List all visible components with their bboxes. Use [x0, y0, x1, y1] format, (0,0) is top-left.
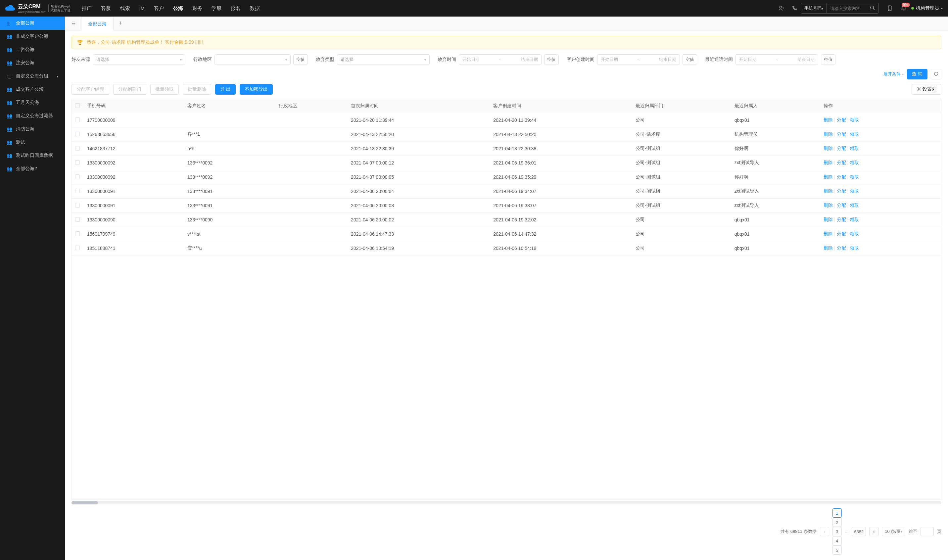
goto-page-input[interactable] — [920, 527, 934, 536]
row-checkbox[interactable] — [75, 217, 80, 222]
row-claim-link[interactable]: 领取 — [850, 146, 859, 151]
nav-item[interactable]: 客服 — [96, 0, 115, 17]
sidebar-item[interactable]: 👥成交客户公海 — [0, 83, 65, 96]
user-menu[interactable]: 机构管理员 ▾ — [911, 5, 943, 11]
filter-abandon-type-select[interactable]: 请选择▾ — [337, 54, 429, 65]
search-button[interactable] — [866, 5, 879, 12]
row-assign-link[interactable]: 分配 — [837, 203, 846, 208]
nav-item[interactable]: 线索 — [115, 0, 135, 17]
row-claim-link[interactable]: 领取 — [850, 203, 859, 208]
add-user-icon[interactable] — [775, 5, 788, 12]
row-delete-link[interactable]: 删除 — [823, 174, 833, 179]
sidebar-item[interactable]: 👥测试 — [0, 136, 65, 149]
nav-item[interactable]: 公海 — [168, 0, 188, 17]
sidebar-item[interactable]: 👥全部公海2 — [0, 162, 65, 175]
row-checkbox[interactable] — [75, 146, 80, 151]
row-claim-link[interactable]: 领取 — [850, 174, 859, 179]
page-number-button[interactable]: 3 — [833, 527, 842, 536]
row-assign-link[interactable]: 分配 — [837, 245, 846, 251]
sidebar-item[interactable]: 👥全部公海 — [0, 17, 65, 30]
last-page-button[interactable]: 6882 — [852, 527, 866, 536]
row-delete-link[interactable]: 删除 — [823, 131, 833, 137]
call-time-empty-button[interactable]: 空值 — [821, 54, 836, 65]
filter-region-select[interactable]: ▾ — [214, 54, 291, 65]
prev-page-button[interactable]: ‹ — [820, 527, 829, 536]
sidebar-item[interactable]: 👥测试昨日回库数据 — [0, 149, 65, 162]
row-claim-link[interactable]: 领取 — [850, 188, 859, 194]
sidebar-item[interactable]: 👥二咨公海 — [0, 43, 65, 56]
nav-item[interactable]: 数据 — [245, 0, 265, 17]
row-assign-link[interactable]: 分配 — [837, 131, 846, 137]
row-checkbox[interactable] — [75, 203, 80, 208]
assign-dept-button[interactable]: 分配到部门 — [113, 84, 146, 95]
row-assign-link[interactable]: 分配 — [837, 174, 846, 179]
row-assign-link[interactable]: 分配 — [837, 231, 846, 236]
bell-icon[interactable]: 99+ — [901, 5, 906, 12]
tab-add-icon[interactable]: + — [114, 20, 128, 27]
sidebar-item[interactable]: ▢自定义公海分组▾ — [0, 69, 65, 83]
row-checkbox[interactable] — [75, 231, 80, 236]
next-page-button[interactable]: › — [869, 527, 879, 536]
mobile-icon[interactable] — [883, 5, 896, 11]
filter-source-select[interactable]: 请选择▾ — [93, 54, 185, 65]
row-checkbox[interactable] — [75, 246, 80, 250]
row-assign-link[interactable]: 分配 — [837, 117, 846, 123]
row-delete-link[interactable]: 删除 — [823, 245, 833, 251]
sidebar-item[interactable]: 👥五月天公海 — [0, 96, 65, 109]
row-claim-link[interactable]: 领取 — [850, 117, 859, 123]
nav-item[interactable]: IM — [135, 0, 149, 17]
query-button[interactable]: 查 询 — [907, 69, 928, 79]
nav-item[interactable]: 学服 — [207, 0, 226, 17]
search-input[interactable] — [827, 6, 866, 11]
row-delete-link[interactable]: 删除 — [823, 188, 833, 194]
batch-claim-button[interactable]: 批量领取 — [150, 84, 179, 95]
row-delete-link[interactable]: 删除 — [823, 160, 833, 165]
row-assign-link[interactable]: 分配 — [837, 188, 846, 194]
nav-item[interactable]: 客户 — [149, 0, 168, 17]
row-checkbox[interactable] — [75, 174, 80, 179]
per-page-select[interactable]: 10 条/页 ▾ — [882, 527, 905, 536]
row-claim-link[interactable]: 领取 — [850, 160, 859, 165]
page-number-button[interactable]: 1 — [833, 508, 842, 518]
sidebar-item[interactable]: 👥自定义公海过滤器 — [0, 109, 65, 123]
expand-filters-link[interactable]: 展开条件 ▾ — [883, 71, 903, 77]
nav-item[interactable]: 推广 — [77, 0, 96, 17]
row-checkbox[interactable] — [75, 160, 80, 165]
row-delete-link[interactable]: 删除 — [823, 117, 833, 123]
nav-item[interactable]: 财务 — [188, 0, 207, 17]
set-columns-button[interactable]: 设置列 — [912, 84, 941, 95]
export-plain-button[interactable]: 不加密导出 — [240, 84, 273, 95]
sidebar-item[interactable]: 👥消防公海 — [0, 123, 65, 136]
sidebar-item[interactable]: 👥非成交客户公海 — [0, 30, 65, 43]
page-number-button[interactable]: 4 — [833, 536, 842, 545]
row-claim-link[interactable]: 领取 — [850, 245, 859, 251]
filter-call-time-range[interactable]: 开始日期~结束日期 — [736, 54, 818, 65]
abandon-time-empty-button[interactable]: 空值 — [544, 54, 559, 65]
nav-item[interactable]: 报名 — [226, 0, 245, 17]
row-claim-link[interactable]: 领取 — [850, 131, 859, 137]
row-assign-link[interactable]: 分配 — [837, 146, 846, 151]
row-delete-link[interactable]: 删除 — [823, 203, 833, 208]
row-assign-link[interactable]: 分配 — [837, 160, 846, 165]
create-time-empty-button[interactable]: 空值 — [683, 54, 697, 65]
row-claim-link[interactable]: 领取 — [850, 231, 859, 236]
region-empty-button[interactable]: 空值 — [293, 54, 308, 65]
row-claim-link[interactable]: 领取 — [850, 217, 859, 222]
row-delete-link[interactable]: 删除 — [823, 146, 833, 151]
search-type-select[interactable]: 手机号码 ▾ — [801, 3, 827, 13]
phone-icon[interactable] — [788, 5, 801, 11]
page-number-button[interactable]: 2 — [833, 518, 842, 527]
tabs-toggle-icon[interactable]: ☰ — [68, 21, 79, 26]
assign-manager-button[interactable]: 分配客户经理 — [71, 84, 109, 95]
tab-active[interactable]: 全部公海 — [81, 17, 114, 31]
row-assign-link[interactable]: 分配 — [837, 217, 846, 222]
row-delete-link[interactable]: 删除 — [823, 217, 833, 222]
select-all-checkbox[interactable] — [75, 103, 80, 108]
page-number-button[interactable]: 5 — [833, 545, 842, 555]
filter-create-time-range[interactable]: 开始日期~结束日期 — [597, 54, 680, 65]
refresh-button[interactable] — [931, 69, 941, 79]
horizontal-scrollbar[interactable] — [71, 501, 941, 505]
batch-delete-button[interactable]: 批量删除 — [183, 84, 211, 95]
row-checkbox[interactable] — [75, 117, 80, 122]
row-checkbox[interactable] — [75, 189, 80, 193]
